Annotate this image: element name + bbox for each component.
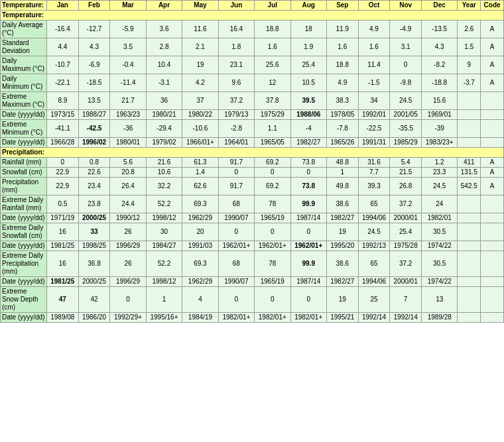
data-cell: 1996/02	[78, 138, 110, 148]
data-cell: -12.7	[78, 21, 110, 38]
data-cell: 2000/25	[78, 277, 110, 287]
data-cell	[458, 223, 481, 241]
data-cell: 131.5	[458, 168, 481, 178]
data-cell: 0	[390, 56, 422, 74]
header-code: Code	[481, 1, 504, 11]
data-cell	[481, 313, 504, 323]
data-cell: 37.2	[390, 195, 422, 213]
data-cell: 1988/06	[290, 110, 326, 120]
data-cell: 1965/26	[326, 138, 358, 148]
data-cell: 1988/27	[78, 110, 110, 120]
data-cell: 1996/29	[110, 277, 146, 287]
data-cell: 1	[326, 168, 358, 178]
data-cell: -39	[421, 120, 457, 138]
data-cell: 37.2	[218, 92, 254, 110]
row-label: Standard Deviation	[1, 38, 47, 56]
data-cell: -41.1	[47, 120, 79, 138]
data-cell: 1980/21	[146, 110, 182, 120]
data-cell: 1965/05	[255, 138, 290, 148]
data-cell: 1962/01+	[255, 241, 290, 251]
data-cell: 1987/14	[290, 277, 326, 287]
data-cell: 1982/01+	[290, 313, 326, 323]
data-cell: 1975/28	[390, 241, 422, 251]
data-cell: 3.1	[390, 38, 422, 56]
data-cell: 1962/01+	[290, 241, 326, 251]
data-cell: 1974/22	[421, 277, 457, 287]
data-cell: 52.2	[146, 195, 182, 213]
data-cell: 49.8	[326, 178, 358, 195]
data-cell: -29.4	[146, 120, 182, 138]
data-cell: 2.1	[182, 38, 218, 56]
data-cell: -3.7	[458, 74, 481, 92]
data-cell: 48.8	[326, 158, 358, 168]
data-cell: 30.5	[421, 223, 457, 241]
data-cell: 42	[78, 287, 110, 313]
data-cell: 36.8	[78, 251, 110, 277]
data-cell: 19	[182, 56, 218, 74]
data-cell: 4.9	[358, 21, 390, 38]
data-cell: 0	[290, 223, 326, 241]
header-apr: Apr	[146, 1, 182, 11]
data-cell: 0	[218, 287, 254, 313]
data-cell: 25.4	[290, 56, 326, 74]
data-cell: 26	[110, 223, 146, 241]
data-cell	[481, 251, 504, 277]
data-cell: 10.4	[146, 56, 182, 74]
data-cell: 542.5	[458, 178, 481, 195]
row-label: Date (yyyy/dd)	[1, 313, 47, 323]
data-cell: 26	[110, 251, 146, 277]
data-cell: -11.4	[110, 74, 146, 92]
header-feb: Feb	[78, 1, 110, 11]
data-cell	[458, 251, 481, 277]
data-cell: 1	[146, 287, 182, 313]
data-cell	[481, 195, 504, 213]
header-label-cell: Temperature:	[1, 1, 47, 11]
data-cell: 47	[47, 287, 79, 313]
table-row: Extreme Daily Precipitation (mm)1636.826…	[1, 251, 504, 277]
data-cell	[458, 195, 481, 213]
header-jan: Jan	[47, 1, 79, 11]
header-jul: Jul	[255, 1, 290, 11]
data-cell: 18	[290, 21, 326, 38]
data-cell: 11.6	[182, 21, 218, 38]
data-cell: 32.2	[146, 178, 182, 195]
data-cell: 1.6	[255, 38, 290, 56]
data-cell: 38.6	[326, 195, 358, 213]
data-cell: 1990/07	[218, 213, 254, 223]
data-cell: 1962/29	[182, 213, 218, 223]
data-cell: 1983/23+	[421, 138, 457, 148]
data-cell: -16.4	[47, 21, 79, 38]
row-label: Date (yyyy/dd)	[1, 277, 47, 287]
data-cell: 73.8	[290, 158, 326, 168]
row-label: Precipitation (mm)	[1, 178, 47, 195]
data-cell: 4.4	[47, 38, 79, 56]
data-cell: 73.8	[290, 178, 326, 195]
data-cell: -18.5	[78, 74, 110, 92]
table-row: Extreme Maximum (°C)8.913.521.7363737.23…	[1, 92, 504, 110]
data-cell: 69.2	[255, 158, 290, 168]
data-cell	[481, 287, 504, 313]
data-cell: 1982/01	[421, 213, 457, 223]
data-cell: -6.9	[78, 56, 110, 74]
data-cell: 0	[255, 287, 290, 313]
data-cell: 22.9	[47, 168, 79, 178]
data-cell: 24.5	[390, 92, 422, 110]
data-cell: 9.6	[218, 74, 254, 92]
data-cell: 1978/05	[326, 110, 358, 120]
data-cell: 21.6	[146, 158, 182, 168]
row-label: Daily Maximum (°C)	[1, 56, 47, 74]
data-cell: 2000/25	[78, 213, 110, 223]
table-row: Date (yyyy/dd)1971/192000/251990/121998/…	[1, 213, 504, 223]
data-cell: 0	[290, 168, 326, 178]
data-cell	[481, 223, 504, 241]
data-cell: -36	[110, 120, 146, 138]
data-cell: 0	[255, 223, 290, 241]
data-cell: -9.8	[390, 74, 422, 92]
data-cell: 4	[182, 287, 218, 313]
header-sep: Sep	[326, 1, 358, 11]
table-row: Daily Maximum (°C)-10.7-6.9-0.410.41923.…	[1, 56, 504, 74]
data-cell: 20	[182, 223, 218, 241]
data-cell: 13.5	[78, 92, 110, 110]
data-cell: 4.2	[182, 74, 218, 92]
data-cell: 1984/19	[182, 313, 218, 323]
